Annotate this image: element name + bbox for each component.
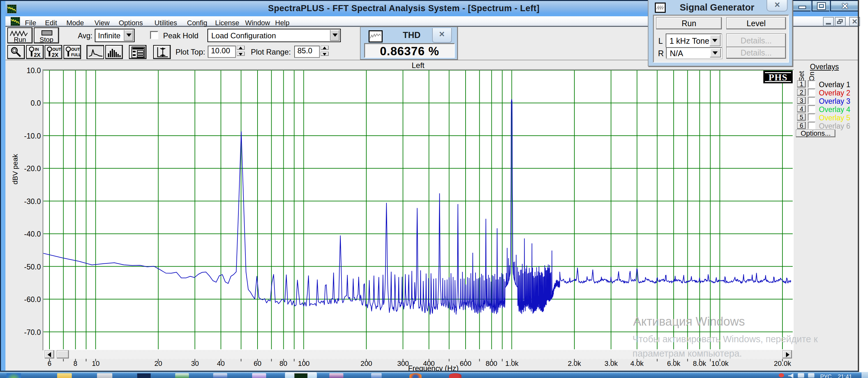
- svg-text:OUT: OUT: [52, 47, 61, 52]
- svg-text:FULL: FULL: [71, 53, 81, 57]
- svg-text:OUT: OUT: [71, 47, 80, 52]
- svg-text:2X: 2X: [52, 52, 58, 58]
- svg-text:IN: IN: [35, 47, 39, 52]
- svg-text:2X: 2X: [34, 52, 40, 58]
